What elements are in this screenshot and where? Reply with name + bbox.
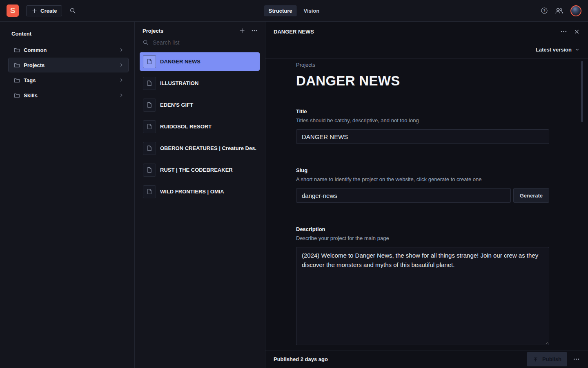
document-form-scroll-area: Projects DANGER NEWS Title Titles should…: [265, 58, 588, 350]
list-item-label: RUIDOSOL RESORT: [160, 123, 256, 130]
content-sidebar: Content Common Projects: [0, 22, 135, 368]
document-menu-ellipsis-icon[interactable]: [560, 28, 567, 35]
scrollbar-thumb[interactable]: [581, 61, 583, 122]
list-item-edens-gift[interactable]: EDEN'S GIFT: [140, 96, 260, 114]
version-label: Latest version: [536, 47, 572, 53]
sidebar-item-label: Tags: [24, 77, 118, 83]
help-icon[interactable]: ?: [541, 7, 548, 14]
sanity-logo[interactable]: S: [7, 4, 19, 17]
slug-input[interactable]: [296, 188, 511, 203]
svg-text:?: ?: [543, 8, 546, 13]
main-area: Content Common Projects: [0, 22, 588, 368]
field-title-label: Title: [296, 108, 549, 114]
chevron-right-icon: [118, 47, 124, 53]
presence-users-icon[interactable]: [555, 7, 564, 14]
pane-menu-ellipsis-icon[interactable]: [251, 27, 258, 34]
sidebar-nav-list: Common Projects: [0, 43, 134, 103]
sidebar-item-label: Skills: [24, 92, 118, 99]
folder-icon: [14, 77, 20, 83]
app-window: S Create Structure Vision ?: [0, 0, 588, 368]
close-icon[interactable]: [574, 29, 580, 35]
folder-icon: [14, 62, 20, 68]
document-icon: [143, 55, 156, 68]
document-header-title: DANGER NEWS: [274, 29, 560, 35]
chevron-right-icon: [118, 77, 124, 83]
create-button-label: Create: [40, 8, 57, 14]
list-item-label: RUST | THE CODEBREAKER: [160, 167, 256, 173]
field-slug-description: A short name to identify the project on …: [296, 176, 549, 182]
field-description: Description Describe your project for th…: [296, 226, 549, 346]
tab-structure-label: Structure: [269, 8, 292, 14]
tab-vision-label: Vision: [304, 8, 320, 14]
version-row: Latest version: [274, 41, 580, 58]
create-button[interactable]: Create: [26, 5, 62, 16]
topbar-left: S Create: [7, 4, 76, 17]
document-icon: [143, 99, 156, 112]
tab-vision[interactable]: Vision: [299, 5, 324, 16]
field-title-description: Titles should be catchy, descriptive, an…: [296, 117, 549, 123]
list-item-label: OBERON CREATURES | Creature Des...: [160, 145, 256, 151]
footer-menu-ellipsis-icon[interactable]: [573, 356, 580, 363]
document-editor-pane: DANGER NEWS Latest version: [265, 22, 588, 368]
document-list: DANGER NEWS ILLUSTRATION EDEN'S GIFT: [135, 51, 265, 204]
generate-slug-button[interactable]: Generate: [513, 188, 549, 203]
list-item-label: DANGER NEWS: [160, 58, 256, 65]
tab-structure[interactable]: Structure: [264, 5, 297, 16]
search-placeholder: Search list: [153, 39, 179, 46]
sidebar-item-label: Projects: [24, 62, 118, 68]
sidebar-item-skills[interactable]: Skills: [8, 88, 129, 103]
document-header: DANGER NEWS Latest version: [265, 22, 588, 58]
publish-arrow-icon: [532, 356, 539, 362]
workspace-tabs: Structure Vision: [264, 5, 324, 16]
add-document-icon[interactable]: [239, 27, 245, 34]
list-item-danger-news[interactable]: DANGER NEWS: [140, 52, 260, 71]
field-slug: Slug A short name to identify the projec…: [296, 167, 549, 203]
document-form: Projects DANGER NEWS Title Titles should…: [296, 62, 549, 346]
sidebar-item-tags[interactable]: Tags: [8, 73, 129, 88]
page-title: DANGER NEWS: [296, 73, 549, 89]
field-description-description: Describe your project for the main page: [296, 235, 549, 241]
sidebar-title: Content: [0, 27, 134, 43]
search-icon: [143, 39, 149, 46]
list-search-input[interactable]: Search list: [135, 34, 265, 51]
plus-icon: [31, 8, 38, 14]
publish-status-text: Published 2 days ago: [274, 356, 527, 362]
title-input[interactable]: [296, 129, 549, 144]
publish-button[interactable]: Publish: [527, 352, 567, 366]
list-item-label: EDEN'S GIFT: [160, 102, 256, 108]
topbar-right: ?: [541, 5, 581, 16]
document-icon: [143, 77, 156, 90]
list-item-label: ILLUSTRATION: [160, 80, 256, 86]
sanity-logo-letter: S: [10, 6, 16, 15]
list-item-rust-codebreaker[interactable]: RUST | THE CODEBREAKER: [140, 161, 260, 179]
document-icon: [143, 120, 156, 133]
list-item-illustration[interactable]: ILLUSTRATION: [140, 74, 260, 92]
list-item-wild-frontiers[interactable]: WILD FRONTIERS | OMIA: [140, 182, 260, 201]
sidebar-item-label: Common: [24, 47, 118, 53]
chevron-right-icon: [118, 62, 124, 68]
sidebar-item-common[interactable]: Common: [8, 43, 129, 57]
list-pane-actions: [239, 27, 258, 34]
field-title: Title Titles should be catchy, descripti…: [296, 108, 549, 144]
chevron-right-icon: [118, 92, 124, 98]
folder-icon: [14, 47, 20, 53]
list-item-ruidosol-resort[interactable]: RUIDOSOL RESORT: [140, 117, 260, 136]
top-bar: S Create Structure Vision ?: [0, 0, 588, 22]
search-icon[interactable]: [69, 7, 76, 14]
user-avatar[interactable]: [570, 5, 581, 16]
document-icon: [143, 142, 156, 155]
slug-row: Generate: [296, 188, 549, 203]
document-header-actions: [560, 28, 580, 35]
document-icon: [143, 185, 156, 198]
chevron-down-icon: [575, 47, 580, 52]
field-slug-label: Slug: [296, 167, 549, 173]
breadcrumb: Projects: [296, 62, 549, 68]
document-header-row: DANGER NEWS: [274, 22, 580, 41]
folder-icon: [14, 92, 20, 99]
version-selector[interactable]: Latest version: [536, 47, 580, 53]
sidebar-item-projects[interactable]: Projects: [8, 58, 129, 72]
list-item-label: WILD FRONTIERS | OMIA: [160, 188, 256, 195]
description-textarea[interactable]: (2024) Welcome to Danger News, the show …: [296, 247, 549, 345]
list-item-oberon-creatures[interactable]: OBERON CREATURES | Creature Des...: [140, 139, 260, 157]
list-pane-title: Projects: [143, 28, 239, 34]
